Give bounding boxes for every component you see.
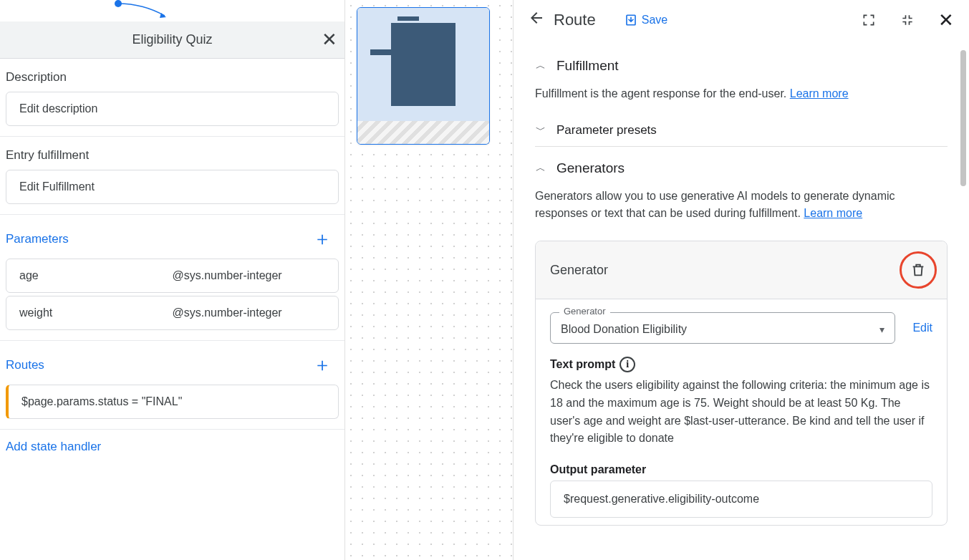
close-icon[interactable]: ✕ bbox=[937, 11, 955, 29]
fulfillment-description: Fulfillment is the agent response for th… bbox=[535, 79, 948, 114]
param-name: age bbox=[19, 269, 173, 282]
chevron-up-icon: ︿ bbox=[535, 59, 546, 72]
page-header: Eligibility Quiz ✕ bbox=[0, 21, 344, 59]
routes-label: Routes bbox=[6, 358, 44, 372]
route-title: Route bbox=[554, 11, 596, 29]
parameters-section: Parameters ＋ age @sys.number-integer wei… bbox=[0, 215, 344, 341]
param-name: weight bbox=[19, 306, 173, 319]
fullscreen-enter-icon[interactable] bbox=[860, 11, 877, 29]
text-prompt-label-text: Text prompt bbox=[550, 358, 615, 371]
parameter-row[interactable]: age @sys.number-integer bbox=[6, 259, 339, 293]
chevron-up-icon: ︿ bbox=[535, 162, 546, 175]
generator-edit-link[interactable]: Edit bbox=[912, 322, 932, 334]
flow-node-thumbnail[interactable] bbox=[357, 7, 490, 145]
dropdown-icon: ▾ bbox=[879, 324, 884, 335]
generator-card: Generator Generator Blood Donation Eligi… bbox=[535, 241, 948, 526]
fulfillment-section-toggle[interactable]: ︿ Fulfillment bbox=[535, 47, 948, 79]
add-parameter-icon[interactable]: ＋ bbox=[313, 226, 339, 251]
generator-select-label: Generator bbox=[559, 306, 610, 317]
route-detail-pane: Route Save ✕ ︿ Fulfillment Fulfillment i… bbox=[514, 0, 969, 560]
generator-card-header: Generator bbox=[536, 241, 947, 299]
generator-select[interactable]: Generator Blood Donation Eligibility ▾ bbox=[550, 312, 895, 344]
generator-select-value: Blood Donation Eligibility bbox=[561, 323, 687, 336]
back-arrow-icon[interactable] bbox=[528, 9, 545, 31]
edit-fulfillment-card[interactable]: Edit Fulfillment bbox=[6, 170, 339, 204]
parameters-label: Parameters bbox=[6, 232, 69, 246]
parameters-title[interactable]: Parameters ＋ bbox=[6, 221, 339, 259]
generators-section-toggle[interactable]: ︿ Generators bbox=[535, 147, 948, 182]
route-body: ︿ Fulfillment Fulfillment is the agent r… bbox=[514, 40, 969, 560]
chevron-down-icon: ﹀ bbox=[535, 124, 546, 137]
fulfillment-learn-more-link[interactable]: Learn more bbox=[790, 87, 849, 100]
entry-fulfillment-title: Entry fulfillment bbox=[6, 143, 339, 170]
description-section: Description Edit description bbox=[0, 59, 344, 137]
save-button[interactable]: Save bbox=[625, 14, 667, 26]
add-state-handler-link[interactable]: Add state handler bbox=[0, 430, 344, 464]
generator-card-body: Generator Blood Donation Eligibility ▾ E… bbox=[536, 299, 947, 525]
fulfillment-desc-text: Fulfillment is the agent response for th… bbox=[535, 87, 790, 100]
routes-title[interactable]: Routes ＋ bbox=[6, 347, 339, 385]
edit-description-card[interactable]: Edit description bbox=[6, 92, 339, 126]
scrollbar-thumb[interactable] bbox=[960, 50, 966, 186]
fullscreen-exit-icon[interactable] bbox=[899, 11, 916, 29]
parameter-row[interactable]: weight @sys.number-integer bbox=[6, 296, 339, 330]
parameter-presets-toggle[interactable]: ﹀ Parameter presets bbox=[535, 114, 948, 147]
page-title: Eligibility Quiz bbox=[132, 32, 212, 47]
parameter-presets-label: Parameter presets bbox=[556, 123, 657, 137]
page-editor-pane: Eligibility Quiz ✕ Description Edit desc… bbox=[0, 0, 345, 560]
flow-canvas[interactable] bbox=[345, 0, 514, 560]
route-header: Route Save ✕ bbox=[514, 0, 969, 40]
text-prompt-value: Check the users eligibility against the … bbox=[550, 377, 932, 459]
generators-title: Generators bbox=[556, 160, 625, 176]
param-type: @sys.number-integer bbox=[173, 306, 326, 319]
param-type: @sys.number-integer bbox=[173, 269, 326, 282]
graph-connector bbox=[0, 0, 344, 21]
output-parameter-field[interactable]: $request.generative.eligibility-outcome bbox=[550, 481, 932, 518]
description-title: Description bbox=[6, 64, 339, 92]
save-label: Save bbox=[642, 14, 667, 26]
text-prompt-label: Text prompt i bbox=[550, 357, 932, 372]
fulfillment-title: Fulfillment bbox=[556, 58, 619, 74]
generators-description: Generators allow you to use generative A… bbox=[535, 182, 948, 233]
route-row[interactable]: $page.params.status = "FINAL" bbox=[6, 385, 339, 419]
add-route-icon[interactable]: ＋ bbox=[313, 352, 339, 377]
delete-generator-button[interactable] bbox=[900, 251, 937, 289]
entry-fulfillment-section: Entry fulfillment Edit Fulfillment bbox=[0, 137, 344, 215]
output-parameter-label: Output parameter bbox=[550, 463, 932, 476]
generators-learn-more-link[interactable]: Learn more bbox=[804, 207, 862, 219]
routes-section: Routes ＋ $page.params.status = "FINAL" bbox=[0, 341, 344, 430]
info-icon[interactable]: i bbox=[620, 357, 635, 372]
close-icon[interactable]: ✕ bbox=[322, 29, 337, 51]
generator-card-title: Generator bbox=[550, 263, 608, 278]
